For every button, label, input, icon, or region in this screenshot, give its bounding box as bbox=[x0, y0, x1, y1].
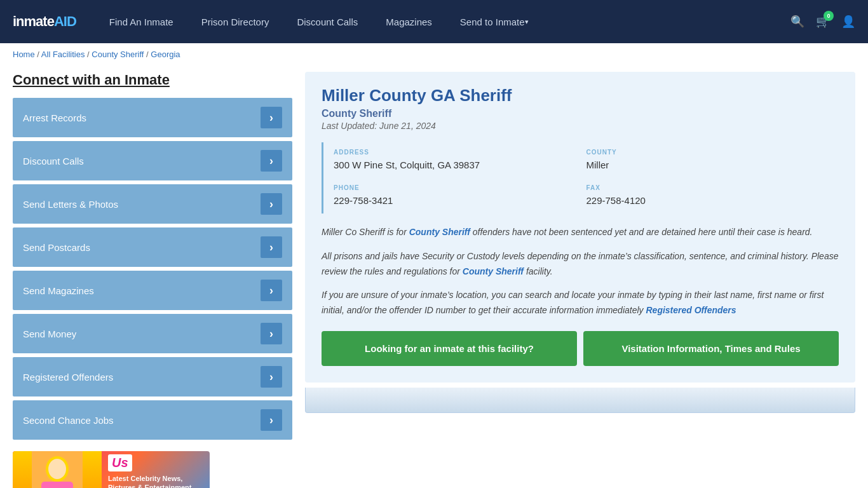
arrow-icon: › bbox=[261, 323, 282, 344]
nav-magazines[interactable]: Magazines bbox=[372, 0, 446, 43]
county-label: COUNTY bbox=[587, 149, 833, 156]
sidebar-menu: Arrest Records › Discount Calls › Send L… bbox=[13, 98, 292, 440]
arrow-icon: › bbox=[261, 236, 282, 258]
bottom-preview bbox=[305, 388, 855, 413]
facility-type: County Sheriff bbox=[322, 108, 839, 119]
main-content: Miller County GA Sheriff County Sheriff … bbox=[305, 72, 855, 488]
sidebar-item-registered-offenders[interactable]: Registered Offenders › bbox=[13, 357, 292, 396]
sidebar-item-label: Second Chance Jobs bbox=[23, 415, 114, 426]
sidebar-ad[interactable]: Us Latest Celebrity News, Pictures & Ent… bbox=[13, 451, 210, 488]
logo-inmate-text: inmate bbox=[13, 13, 54, 29]
navbar: inmateAID Find An Inmate Prison Director… bbox=[0, 0, 868, 43]
user-icon[interactable]: 👤 bbox=[841, 15, 855, 29]
ad-text: Us Latest Celebrity News, Pictures & Ent… bbox=[102, 451, 210, 488]
cart-icon[interactable]: 🛒 0 bbox=[816, 15, 830, 29]
sidebar-item-label: Send Letters & Photos bbox=[23, 199, 118, 210]
nav-find-inmate[interactable]: Find An Inmate bbox=[95, 0, 187, 43]
phone-value: 229-758-3421 bbox=[334, 194, 580, 207]
sidebar-item-discount-calls[interactable]: Discount Calls › bbox=[13, 141, 292, 180]
phone-cell: PHONE 229-758-3421 bbox=[334, 178, 587, 214]
facility-updated: Last Updated: June 21, 2024 bbox=[322, 121, 839, 131]
visitation-button[interactable]: Visitation Information, Times and Rules bbox=[583, 331, 839, 367]
nav-send-to-inmate[interactable]: Send to Inmate bbox=[446, 0, 543, 43]
sidebar-item-label: Send Postcards bbox=[23, 242, 90, 253]
search-icon[interactable]: 🔍 bbox=[790, 15, 804, 29]
facility-card: Miller County GA Sheriff County Sheriff … bbox=[305, 72, 855, 383]
sidebar-item-label: Discount Calls bbox=[23, 156, 84, 166]
sidebar-item-letters-photos[interactable]: Send Letters & Photos › bbox=[13, 184, 292, 224]
sidebar-item-label: Send Money bbox=[23, 329, 76, 339]
county-cell: COUNTY Miller bbox=[587, 142, 839, 178]
nav-menu: Find An Inmate Prison Directory Discount… bbox=[95, 0, 790, 43]
sidebar-item-postcards[interactable]: Send Postcards › bbox=[13, 227, 292, 267]
sidebar-item-magazines[interactable]: Send Magazines › bbox=[13, 271, 292, 310]
address-cell: ADDRESS 300 W Pine St, Colquitt, GA 3983… bbox=[334, 142, 587, 178]
breadcrumb-home[interactable]: Home bbox=[13, 50, 35, 59]
phone-label: PHONE bbox=[334, 184, 580, 191]
breadcrumb-county-sheriff[interactable]: County Sheriff bbox=[92, 50, 144, 59]
navbar-icons: 🔍 🛒 0 👤 bbox=[790, 15, 855, 29]
ad-headline: Latest Celebrity News, Pictures & Entert… bbox=[108, 474, 203, 488]
breadcrumb-georgia[interactable]: Georgia bbox=[151, 50, 180, 59]
arrow-icon: › bbox=[261, 107, 282, 128]
county-value: Miller bbox=[587, 158, 833, 172]
ad-image bbox=[13, 451, 102, 488]
arrow-icon: › bbox=[261, 409, 282, 431]
sidebar-item-label: Registered Offenders bbox=[23, 372, 113, 383]
sidebar: Connect with an Inmate Arrest Records › … bbox=[13, 72, 292, 488]
description-1: Miller Co Sheriff is for County Sheriff … bbox=[322, 225, 839, 240]
svg-rect-2 bbox=[41, 482, 73, 488]
sidebar-item-money[interactable]: Send Money › bbox=[13, 314, 292, 353]
fax-value: 229-758-4120 bbox=[587, 194, 833, 207]
address-value: 300 W Pine St, Colquitt, GA 39837 bbox=[334, 158, 580, 172]
breadcrumb: Home / All Facilities / County Sheriff /… bbox=[0, 43, 868, 65]
logo[interactable]: inmateAID bbox=[13, 13, 76, 30]
address-label: ADDRESS bbox=[334, 149, 580, 156]
arrow-icon: › bbox=[261, 193, 282, 215]
facility-name: Miller County GA Sheriff bbox=[322, 86, 839, 105]
county-sheriff-link-2[interactable]: County Sheriff bbox=[463, 266, 524, 276]
registered-offenders-link[interactable]: Registered Offenders bbox=[646, 305, 736, 315]
action-buttons: Looking for an inmate at this facility? … bbox=[322, 331, 839, 367]
logo-aid-text: AID bbox=[54, 13, 76, 29]
main-layout: Connect with an Inmate Arrest Records › … bbox=[0, 65, 868, 488]
find-inmate-button[interactable]: Looking for an inmate at this facility? bbox=[322, 331, 577, 367]
fax-cell: FAX 229-758-4120 bbox=[587, 178, 839, 214]
county-sheriff-link-1[interactable]: County Sheriff bbox=[409, 227, 470, 237]
fax-label: FAX bbox=[587, 184, 833, 191]
arrow-icon: › bbox=[261, 150, 282, 172]
arrow-icon: › bbox=[261, 280, 282, 301]
nav-prison-directory[interactable]: Prison Directory bbox=[187, 0, 283, 43]
sidebar-item-arrest-records[interactable]: Arrest Records › bbox=[13, 98, 292, 137]
description-3: If you are unsure of your inmate’s locat… bbox=[322, 288, 839, 318]
sidebar-item-second-chance-jobs[interactable]: Second Chance Jobs › bbox=[13, 400, 292, 440]
description-2: All prisons and jails have Security or C… bbox=[322, 249, 839, 280]
breadcrumb-all-facilities[interactable]: All Facilities bbox=[41, 50, 85, 59]
info-grid: ADDRESS 300 W Pine St, Colquitt, GA 3983… bbox=[322, 142, 839, 214]
sidebar-item-label: Send Magazines bbox=[23, 285, 94, 296]
sidebar-title: Connect with an Inmate bbox=[13, 72, 292, 88]
ad-brand: Us bbox=[108, 454, 132, 471]
cart-badge: 0 bbox=[824, 11, 834, 21]
svg-point-3 bbox=[48, 459, 66, 479]
sidebar-item-label: Arrest Records bbox=[23, 112, 86, 123]
arrow-icon: › bbox=[261, 366, 282, 388]
nav-discount-calls[interactable]: Discount Calls bbox=[283, 0, 372, 43]
